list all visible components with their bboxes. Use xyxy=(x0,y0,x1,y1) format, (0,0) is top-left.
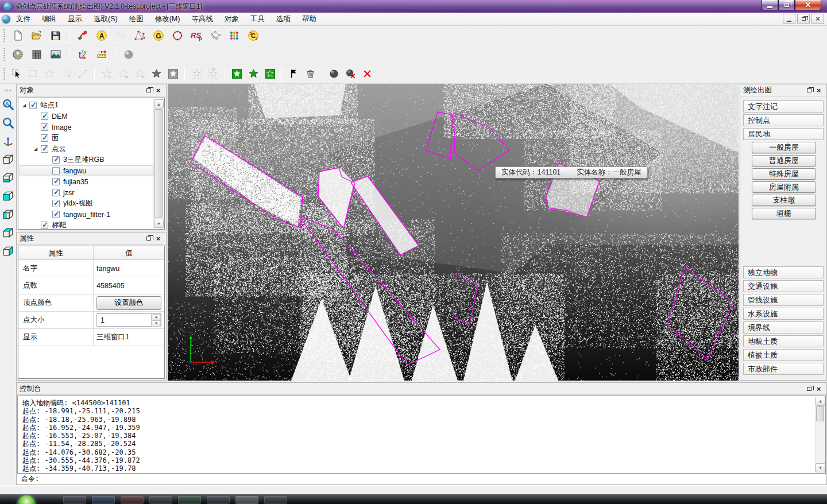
windows-taskbar[interactable] xyxy=(0,494,827,504)
scrollbar-thumb[interactable] xyxy=(816,406,824,421)
expander-icon[interactable]: ◢ xyxy=(34,147,40,152)
star-box-gray-icon[interactable] xyxy=(165,67,180,82)
house-type-button[interactable]: 特殊房屋 xyxy=(752,168,816,180)
tree-scrollbar[interactable]: ▲ ▼ xyxy=(153,99,163,228)
view-cube-right-icon[interactable] xyxy=(1,245,15,258)
star-outline-c-icon[interactable] xyxy=(132,67,147,82)
registration-points-icon[interactable] xyxy=(207,28,223,44)
sphere-globe-icon[interactable] xyxy=(10,46,26,63)
menu-item[interactable]: 修改(M) xyxy=(149,13,186,26)
checkbox[interactable] xyxy=(52,200,60,207)
tree-item[interactable]: ◢ 面 xyxy=(20,133,153,144)
menu-item[interactable]: 帮助 xyxy=(296,13,322,26)
console-scrollbar[interactable]: ▲ ▼ xyxy=(815,397,825,472)
toolbar-grip[interactable] xyxy=(4,89,12,92)
checkbox[interactable] xyxy=(41,134,48,142)
distance-ruler-icon[interactable] xyxy=(94,46,110,63)
star-outline-a-icon[interactable] xyxy=(99,67,114,82)
taskbar-item[interactable] xyxy=(121,496,144,504)
restore-button[interactable] xyxy=(778,0,795,10)
feature-group-button[interactable]: 交通设施 xyxy=(743,280,824,292)
view-cube-bottom-icon[interactable] xyxy=(1,171,15,185)
open-file-icon[interactable] xyxy=(29,28,45,44)
property-value[interactable]: 三维窗口1 xyxy=(94,329,164,346)
grid-icon[interactable] xyxy=(29,46,45,63)
tree-item[interactable]: ◢ 3三星堆RGB xyxy=(20,154,153,165)
scroll-up-icon[interactable]: ▲ xyxy=(816,397,825,406)
tree-item[interactable]: ◢ 站点1 xyxy=(20,100,153,111)
checkbox[interactable] xyxy=(52,156,60,164)
feature-group-button[interactable]: 居民地 xyxy=(743,128,824,140)
objects-panel-header[interactable]: 对象 × xyxy=(17,84,166,96)
property-value[interactable]: fangwu xyxy=(94,260,164,277)
annotation-a-icon[interactable]: A xyxy=(94,28,110,44)
checkbox[interactable] xyxy=(52,178,60,185)
triangulate-mesh-icon[interactable] xyxy=(132,28,148,44)
view-cube-iso-icon[interactable] xyxy=(1,153,15,166)
menu-item[interactable]: 显示 xyxy=(62,13,88,26)
rs-resection-icon[interactable]: RSp xyxy=(188,28,204,44)
set-color-button[interactable]: 设置颜色 xyxy=(96,296,161,310)
menu-item[interactable]: 文件 xyxy=(10,13,36,26)
menu-item[interactable]: 对象 xyxy=(219,13,245,26)
taskbar-item[interactable] xyxy=(149,496,172,504)
taskbar-item[interactable] xyxy=(92,496,115,504)
3d-viewport[interactable]: 实体代码：141101 实体名称：一般房屋 xyxy=(168,84,739,381)
axes-origin-icon[interactable] xyxy=(1,134,15,148)
measure-tool-icon[interactable] xyxy=(75,28,91,44)
tree-item[interactable]: ◢ yldx-视图 xyxy=(20,198,153,209)
star-box-green-icon[interactable] xyxy=(229,67,244,82)
delete-all-x-icon[interactable] xyxy=(360,67,374,82)
toolbar-grip[interactable] xyxy=(3,48,6,61)
stepper-up-icon[interactable]: ▲ xyxy=(152,314,161,320)
minimize-button[interactable] xyxy=(762,0,778,10)
rect-select-icon[interactable] xyxy=(25,67,40,82)
polygon-select-icon[interactable] xyxy=(42,67,57,82)
point-cloud-canvas[interactable] xyxy=(168,84,739,381)
line-select-icon[interactable] xyxy=(75,67,90,82)
house-type-button[interactable]: 房屋附属 xyxy=(752,181,816,193)
feature-group-button[interactable]: 独立地物 xyxy=(743,266,824,278)
house-type-button[interactable]: 普通房屋 xyxy=(752,155,816,166)
view-cube-left-icon[interactable] xyxy=(1,208,15,222)
zoom-icon[interactable] xyxy=(1,116,15,130)
checkbox[interactable] xyxy=(41,222,48,229)
house-type-button[interactable]: 垣栅 xyxy=(752,208,816,219)
panel-close-button[interactable]: × xyxy=(153,86,163,95)
expander-icon[interactable]: ◢ xyxy=(22,103,28,108)
menu-item[interactable]: 工具 xyxy=(245,13,270,26)
star-filled-gray-icon[interactable] xyxy=(149,67,164,82)
tree-item[interactable]: ◢ DEM xyxy=(20,111,153,122)
feature-group-button[interactable]: 水系设施 xyxy=(743,308,824,320)
feature-group-button[interactable]: 管线设施 xyxy=(743,294,824,306)
trash-icon[interactable] xyxy=(303,67,318,82)
sphere-gray-icon[interactable] xyxy=(121,46,137,63)
toolbar-grip[interactable] xyxy=(3,29,6,42)
box-star-b-icon[interactable] xyxy=(206,67,221,82)
properties-panel-header[interactable]: 属性 × xyxy=(17,232,166,245)
star-box-green-outline-icon[interactable] xyxy=(262,67,277,82)
checkbox[interactable] xyxy=(41,123,48,131)
menu-item[interactable]: 绘图 xyxy=(123,13,149,26)
flag-icon[interactable] xyxy=(286,67,301,82)
axes-zyx-icon[interactable]: Zyx xyxy=(75,46,91,63)
g-circle-icon[interactable]: G xyxy=(150,28,167,44)
start-button[interactable] xyxy=(17,495,36,504)
scroll-down-icon[interactable]: ▼ xyxy=(154,219,164,228)
new-document-icon[interactable] xyxy=(10,28,26,44)
property-value[interactable]: 4585405 xyxy=(94,277,164,294)
lasso-select-icon[interactable] xyxy=(59,67,74,82)
menu-item[interactable]: 等高线 xyxy=(186,13,219,26)
view-cube-back-icon[interactable] xyxy=(1,226,15,240)
image-view-icon[interactable] xyxy=(48,46,64,63)
mdi-restore-button[interactable] xyxy=(797,14,810,24)
toolbar-grip[interactable] xyxy=(3,67,6,81)
menu-item[interactable]: 选取(S) xyxy=(88,13,123,26)
feature-group-button[interactable]: 境界线 xyxy=(743,321,824,334)
mdi-minimize-button[interactable] xyxy=(783,14,795,24)
feature-group-button[interactable]: 地貌土质 xyxy=(743,335,824,347)
checkbox[interactable] xyxy=(41,113,48,120)
feature-group-button[interactable]: 市政部件 xyxy=(743,363,824,375)
menu-item[interactable]: 编辑 xyxy=(36,13,62,26)
title-bar[interactable]: 鼎创点云处理系统(测绘出图) V2.1.0-test.project - [三维… xyxy=(0,0,827,13)
